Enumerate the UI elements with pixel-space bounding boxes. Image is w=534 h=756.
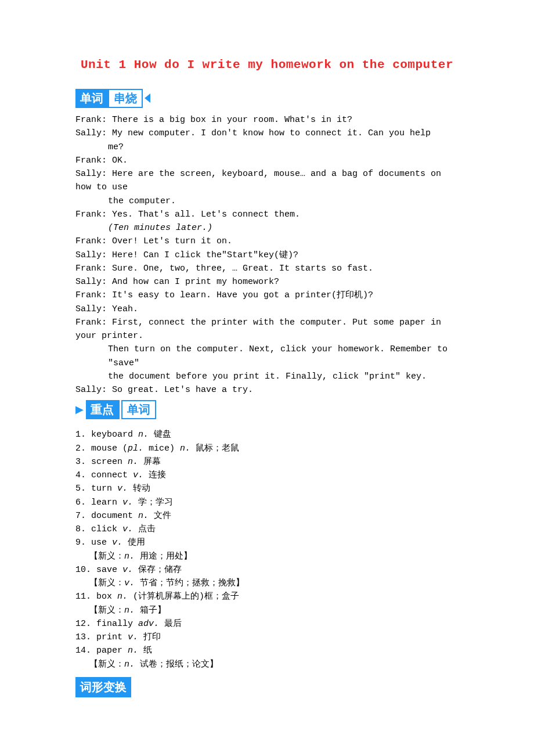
vocab-item: 13. print v. 打印: [75, 631, 459, 644]
dialogue-line: Sally: So great. Let's have a try.: [75, 383, 459, 397]
dialogue-line: Sally: My new computer. I don't know how…: [75, 127, 459, 140]
dialogue-line: Frank: Sure. One, two, three, … Great. I…: [75, 262, 459, 275]
document-page: Unit 1 How do I write my homework on the…: [0, 0, 534, 723]
vocab-item: 1. keyboard n. 键盘: [75, 428, 459, 441]
vocabulary-list: 1. keyboard n. 键盘2. mouse (pl. mice) n. …: [75, 428, 459, 671]
vocab-item: 12. finally adv. 最后: [75, 617, 459, 631]
badge-left: 重点: [86, 400, 120, 419]
vocab-note: 【新义：n. 用途；用处】: [75, 550, 459, 563]
dialogue-line: Sally: Yeah.: [75, 303, 459, 316]
vocab-note: 【新义：n. 试卷；报纸；论文】: [75, 658, 459, 671]
dialogue-line: Frank: First, connect the printer with t…: [75, 316, 459, 343]
vocab-item: 3. screen n. 屏幕: [75, 455, 459, 469]
vocab-item: 5. turn v. 转动: [75, 482, 459, 495]
vocab-item: 11. box n. (计算机屏幕上的)框；盒子: [75, 590, 459, 603]
triangle-left-icon: [145, 93, 150, 103]
dialogue-line: (Ten minutes later.): [75, 221, 459, 235]
vocab-item: 2. mouse (pl. mice) n. 鼠标；老鼠: [75, 442, 459, 455]
dialogue-line: Frank: It's easy to learn. Have you got …: [75, 289, 459, 302]
dialogue-line: Sally: Here are the screen, keyboard, mo…: [75, 167, 459, 195]
badge-right: 串烧: [109, 89, 143, 108]
vocab-item: 9. use v. 使用: [75, 536, 459, 549]
dialogue-line: Frank: OK.: [75, 154, 459, 167]
dialogue-line: Sally: Here! Can I click the"Start"key(键…: [75, 249, 459, 262]
section-badge-key-words: ▶ 重点 单词: [75, 400, 156, 419]
dialogue-line: Then turn on the computer. Next, click y…: [75, 343, 459, 370]
page-title: Unit 1 How do I write my homework on the…: [75, 58, 459, 71]
vocab-item: 8. click v. 点击: [75, 523, 459, 536]
vocab-item: 14. paper n. 纸: [75, 644, 459, 657]
dialogue-line: the document before you print it. Finall…: [75, 370, 459, 383]
dialogue-line: me?: [75, 141, 459, 154]
dialogue-line: Sally: And how can I print my homework?: [75, 275, 459, 289]
vocab-item: 6. learn v. 学；学习: [75, 496, 459, 509]
dialogue-line: Frank: There is a big box in your room. …: [75, 113, 459, 127]
vocab-note: 【新义：n. 箱子】: [75, 604, 459, 617]
dialogue-line: Frank: Over! Let's turn it on.: [75, 235, 459, 248]
vocab-item: 4. connect v. 连接: [75, 469, 459, 482]
badge-left: 单词: [75, 89, 109, 108]
badge-right: 单词: [121, 400, 156, 419]
dialogue-line: the computer.: [75, 195, 459, 208]
vocab-item: 10. save v. 保存；储存: [75, 563, 459, 577]
dialogue-block: Frank: There is a big box in your room. …: [75, 113, 459, 397]
vocab-note: 【新义：v. 节省；节约；拯救；挽救】: [75, 577, 459, 590]
vocab-item: 7. document n. 文件: [75, 509, 459, 523]
triangle-right-icon: ▶: [75, 403, 84, 416]
dialogue-line: Frank: Yes. That's all. Let's connect th…: [75, 208, 459, 221]
section-badge-vocab-chain: 单词 串烧: [75, 89, 150, 107]
section-badge-word-forms: 词形变换: [75, 677, 131, 697]
